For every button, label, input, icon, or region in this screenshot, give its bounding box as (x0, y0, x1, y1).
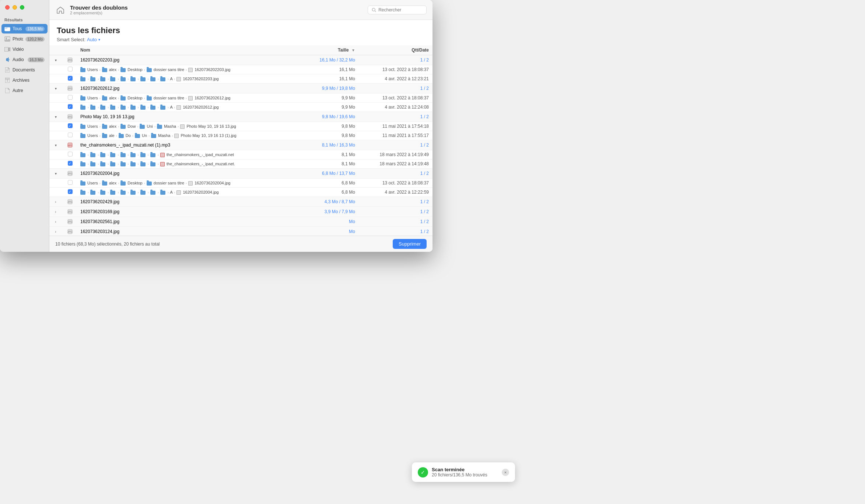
sidebar-badge-photos: 120,2 Mo (25, 37, 45, 42)
sidebar-item-photos[interactable]: Photos 120,2 Mo (1, 34, 48, 44)
row-checkbox[interactable] (68, 161, 73, 166)
mp3-icon: MP3 (67, 142, 73, 148)
home-icon[interactable] (55, 5, 66, 15)
close-button[interactable] (5, 5, 10, 10)
sidebar-label-photos: Photos (13, 36, 23, 42)
row-size: 16,1 Mo (285, 65, 359, 74)
svg-text:JPG: JPG (67, 59, 73, 61)
row-checkbox[interactable] (68, 104, 73, 109)
expand-icon[interactable]: › (53, 209, 58, 214)
collapse-icon[interactable]: ▾ (53, 57, 58, 63)
svg-rect-10 (5, 78, 10, 79)
sidebar-item-video[interactable]: Vidéo (1, 45, 48, 54)
row-path: › › › › › › › › › A › 1620736202004.jpg (77, 188, 285, 197)
group-qty: 1 / 2 (359, 227, 432, 236)
row-path: Users › alex › Desktop › dossier sans ti… (77, 65, 285, 74)
row-checkbox[interactable] (68, 76, 73, 81)
svg-rect-5 (4, 47, 8, 52)
sidebar-label-audio: Audio (13, 57, 25, 62)
group-row: ▾ JPG Photo May 10, 19 16 13.jpg 9,8 Mo … (49, 112, 432, 122)
group-size: 9,8 Mo / 19,6 Mo (285, 112, 359, 122)
table-row: Users › alex › Dow › Uni › Masha › Photo… (49, 122, 432, 131)
row-checkbox[interactable] (68, 67, 73, 71)
svg-text:JPG: JPG (67, 172, 73, 175)
group-name: 1620736202429.jpg (77, 197, 285, 207)
sidebar-label-documents: Documents (13, 67, 45, 73)
col-taille[interactable]: Taille ▼ (285, 45, 359, 55)
other-icon (4, 88, 10, 94)
content-header: Tous les fichiers Smart Select: Auto ▾ (49, 20, 432, 45)
row-path: › › › › › › › › › A › 1620736202203.jpg (77, 74, 285, 84)
file-type-icon: JPG (67, 57, 73, 63)
row-size: 9,9 Mo (285, 94, 359, 103)
svg-rect-9 (5, 79, 10, 83)
row-path: Users › alex › Desktop › dossier sans ti… (77, 94, 285, 103)
row-path: › › › › › › › › › A › 1620736202612.jpg (77, 103, 285, 112)
group-size: 4,3 Mo / 8,7 Mo (285, 197, 359, 207)
file-type-icon: JPG (67, 229, 73, 234)
collapse-icon[interactable]: ▾ (53, 86, 58, 91)
sidebar-label-tous: Tous les fichiers (13, 26, 23, 31)
expand-icon[interactable]: › (53, 229, 58, 234)
svg-rect-2 (4, 27, 10, 31)
row-checkbox[interactable] (68, 189, 73, 194)
group-row: ▾ JPG 1620736202004.jpg 6,8 Mo / 13,7 Mo (49, 169, 432, 179)
row-date: 13 oct. 2022 à 18:08:37 (359, 94, 432, 103)
col-nom: Nom (77, 45, 285, 55)
search-box[interactable] (368, 6, 427, 14)
group-qty: 1 / 2 (359, 197, 432, 207)
smart-select-value[interactable]: Auto (87, 37, 97, 42)
collapse-icon[interactable]: ▾ (53, 171, 58, 176)
row-date: 13 oct. 2022 à 18:08:37 (359, 65, 432, 74)
row-checkbox[interactable] (68, 123, 73, 128)
file-type-icon: JPG (67, 209, 73, 214)
expand-icon[interactable]: › (53, 199, 58, 204)
group-row: ▾ JPG 1620736202612.jpg 9,9 Mo / 19,8 Mo (49, 84, 432, 94)
svg-text:JPG: JPG (67, 230, 73, 233)
sidebar-item-audio[interactable]: Audio 16,3 Mo (1, 55, 48, 64)
col-qty: Qtt/Date (359, 45, 432, 55)
row-checkbox[interactable] (68, 152, 73, 156)
row-size: 9,8 Mo (285, 122, 359, 131)
row-checkbox[interactable] (68, 180, 73, 185)
group-qty: 1 / 2 (359, 207, 432, 217)
group-qty: 1 / 2 (359, 217, 432, 227)
sidebar-section-label: Résultats (0, 15, 49, 24)
row-size: 8,1 Mo (285, 150, 359, 159)
sidebar-item-documents[interactable]: Documents (1, 65, 48, 75)
expand-icon[interactable]: › (53, 219, 58, 224)
row-size: 6,8 Mo (285, 179, 359, 188)
row-date: 4 avr. 2022 à 12:24:08 (359, 103, 432, 112)
page-title: Tous les fichiers (57, 26, 425, 35)
folder-icon (4, 26, 10, 32)
maximize-button[interactable] (20, 5, 24, 10)
group-size: 16,1 Mo / 32,2 Mo (285, 55, 359, 65)
row-date: 11 mai 2021 à 17:54:18 (359, 122, 432, 131)
svg-text:MP3: MP3 (68, 144, 73, 147)
group-name: 1620736203124.jpg (77, 227, 285, 236)
smart-select-label: Smart Select: (57, 37, 85, 42)
delete-button[interactable]: Supprimer (393, 239, 427, 249)
window-title: Trouver des doublons (70, 4, 363, 11)
chevron-down-icon[interactable]: ▾ (98, 38, 100, 42)
file-type-icon: JPG (67, 114, 73, 119)
collapse-icon[interactable]: ▾ (53, 114, 58, 119)
row-checkbox[interactable] (68, 95, 73, 100)
group-name: the_chainsmokers_-_ipad_muzati.net (1).m… (77, 140, 285, 150)
search-icon (372, 7, 376, 13)
group-row: ▾ MP3 the_chainsmokers_-_ipad_muzati.net… (49, 140, 432, 150)
search-input[interactable] (378, 7, 423, 13)
sidebar-item-autre[interactable]: Autre (1, 86, 48, 95)
sidebar-item-archives[interactable]: Archives (1, 75, 48, 85)
collapse-icon[interactable]: ▾ (53, 142, 58, 148)
group-row: › JPG 1620736202561.jpg Mo 1 / 2 (49, 217, 432, 227)
sidebar-label-video: Vidéo (13, 47, 45, 52)
row-checkbox[interactable] (68, 133, 73, 137)
window-subtitle: 2 emplacement(s) (70, 11, 363, 15)
file-type-icon: JPG (67, 171, 73, 176)
sidebar-item-tous[interactable]: Tous les fichiers 136,5 Mo (1, 24, 48, 34)
row-date: 13 oct. 2022 à 18:08:37 (359, 179, 432, 188)
row-size: 8,1 Mo (285, 159, 359, 169)
minimize-button[interactable] (13, 5, 17, 10)
table-row: Users › ale › Do › Un › Masha › Photo Ma… (49, 131, 432, 140)
